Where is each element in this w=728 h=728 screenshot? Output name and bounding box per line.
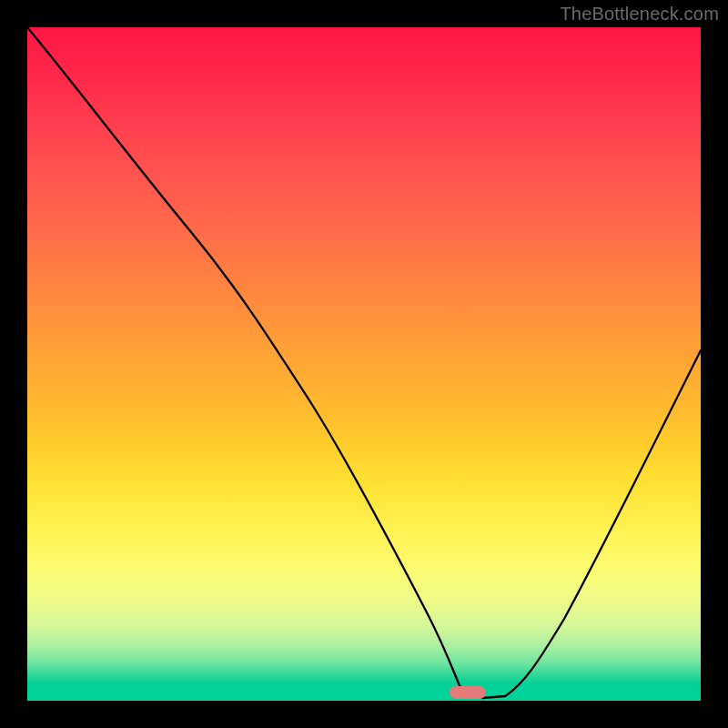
chart-frame: TheBottleneck.com — [0, 0, 728, 728]
optimal-marker — [450, 686, 486, 699]
bottleneck-curve — [27, 27, 701, 701]
curve-path — [27, 27, 701, 698]
gradient-plot-area — [27, 27, 701, 701]
watermark-text: TheBottleneck.com — [560, 4, 719, 25]
